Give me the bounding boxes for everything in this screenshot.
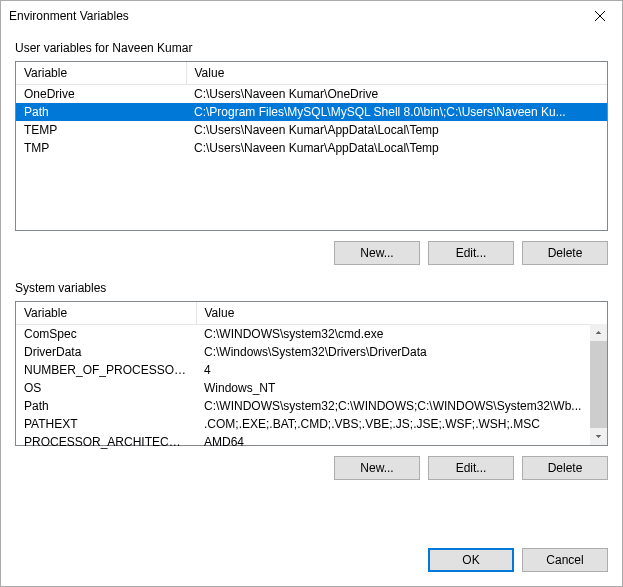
cell-value: 4 [196, 361, 607, 379]
table-row[interactable]: PathC:\WINDOWS\system32;C:\WINDOWS;C:\WI… [16, 397, 607, 415]
sys-new-button[interactable]: New... [334, 456, 420, 480]
user-delete-button[interactable]: Delete [522, 241, 608, 265]
cell-variable: TEMP [16, 121, 186, 139]
titlebar: Environment Variables [1, 1, 622, 31]
cancel-button[interactable]: Cancel [522, 548, 608, 572]
cell-value: C:\Program Files\MySQL\MySQL Shell 8.0\b… [186, 103, 607, 121]
cell-value: C:\WINDOWS\system32\cmd.exe [196, 325, 607, 344]
scroll-thumb[interactable] [590, 341, 607, 428]
user-new-button[interactable]: New... [334, 241, 420, 265]
user-col-variable[interactable]: Variable [16, 62, 186, 85]
window-title: Environment Variables [9, 9, 129, 23]
table-row[interactable]: TMPC:\Users\Naveen Kumar\AppData\Local\T… [16, 139, 607, 157]
close-icon [595, 11, 605, 21]
cell-variable: Path [16, 397, 196, 415]
table-row[interactable]: TEMPC:\Users\Naveen Kumar\AppData\Local\… [16, 121, 607, 139]
system-scrollbar[interactable] [590, 324, 607, 445]
cell-value: AMD64 [196, 433, 607, 451]
cell-value: C:\WINDOWS\system32;C:\WINDOWS;C:\WINDOW… [196, 397, 607, 415]
cell-value: C:\Users\Naveen Kumar\AppData\Local\Temp [186, 121, 607, 139]
system-variables-group: System variables Variable Value ComSpecC… [15, 281, 608, 480]
cell-variable: DriverData [16, 343, 196, 361]
ok-button[interactable]: OK [428, 548, 514, 572]
scroll-down-arrow-icon[interactable] [590, 428, 607, 445]
user-variables-label: User variables for Naveen Kumar [15, 41, 608, 55]
env-vars-dialog: Environment Variables User variables for… [0, 0, 623, 587]
cell-variable: PATHEXT [16, 415, 196, 433]
sys-edit-button[interactable]: Edit... [428, 456, 514, 480]
cell-value: C:\Windows\System32\Drivers\DriverData [196, 343, 607, 361]
cell-value: C:\Users\Naveen Kumar\AppData\Local\Temp [186, 139, 607, 157]
table-row[interactable]: PROCESSOR_ARCHITECTUREAMD64 [16, 433, 607, 451]
user-variables-table[interactable]: Variable Value OneDriveC:\Users\Naveen K… [15, 61, 608, 231]
sys-col-variable[interactable]: Variable [16, 302, 196, 325]
table-row[interactable]: OSWindows_NT [16, 379, 607, 397]
cell-variable: ComSpec [16, 325, 196, 344]
table-row[interactable]: DriverDataC:\Windows\System32\Drivers\Dr… [16, 343, 607, 361]
system-variables-table[interactable]: Variable Value ComSpecC:\WINDOWS\system3… [15, 301, 608, 446]
cell-value: C:\Users\Naveen Kumar\OneDrive [186, 85, 607, 104]
user-edit-button[interactable]: Edit... [428, 241, 514, 265]
sys-delete-button[interactable]: Delete [522, 456, 608, 480]
cell-value: .COM;.EXE;.BAT;.CMD;.VBS;.VBE;.JS;.JSE;.… [196, 415, 607, 433]
cell-variable: Path [16, 103, 186, 121]
sys-col-value[interactable]: Value [196, 302, 607, 325]
table-row[interactable]: OneDriveC:\Users\Naveen Kumar\OneDrive [16, 85, 607, 104]
table-row[interactable]: PathC:\Program Files\MySQL\MySQL Shell 8… [16, 103, 607, 121]
scroll-up-arrow-icon[interactable] [590, 324, 607, 341]
table-row[interactable]: ComSpecC:\WINDOWS\system32\cmd.exe [16, 325, 607, 344]
cell-value: Windows_NT [196, 379, 607, 397]
cell-variable: OneDrive [16, 85, 186, 104]
table-row[interactable]: NUMBER_OF_PROCESSORS4 [16, 361, 607, 379]
user-variables-group: User variables for Naveen Kumar Variable… [15, 41, 608, 265]
table-row[interactable]: PATHEXT.COM;.EXE;.BAT;.CMD;.VBS;.VBE;.JS… [16, 415, 607, 433]
cell-variable: TMP [16, 139, 186, 157]
cell-variable: OS [16, 379, 196, 397]
user-col-value[interactable]: Value [186, 62, 607, 85]
cell-variable: PROCESSOR_ARCHITECTURE [16, 433, 196, 451]
cell-variable: NUMBER_OF_PROCESSORS [16, 361, 196, 379]
close-button[interactable] [577, 1, 622, 31]
system-variables-label: System variables [15, 281, 608, 295]
